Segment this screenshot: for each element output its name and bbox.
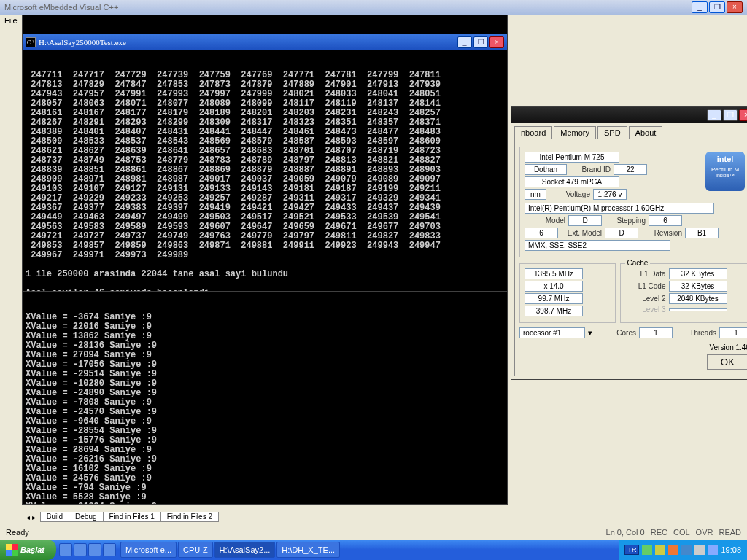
cpu-name: Intel Pentium M 725 (525, 152, 619, 163)
status-ready: Ready (6, 528, 29, 537)
menu-file[interactable]: File (4, 16, 18, 25)
version-label: Version 1.40 (709, 343, 747, 351)
tab-find1[interactable]: Find in Files 1 (103, 512, 161, 522)
package: Socket 479 mPGA (525, 176, 619, 187)
close-button[interactable]: × (739, 109, 747, 121)
processor-select[interactable]: rocessor #1 (519, 327, 585, 338)
status-cursor: Ln 0, Col 0 (606, 528, 645, 537)
instructions: MMX, SSE, SSE2 (525, 240, 670, 251)
specification: Intel(R) Pentium(R) M processor 1.60GHz (525, 203, 714, 214)
tab-about[interactable]: About (629, 126, 663, 139)
technology: nm (525, 189, 546, 200)
tray-icon[interactable] (668, 545, 678, 555)
taskbar-tasks: Microsoft e...CPU-ZH:\AsalSay2...H:\DH_X… (119, 540, 619, 560)
vc-titlebar: Microsoft eMbedded Visual C++ _ ❐ × (0, 0, 747, 15)
windows-logo-icon (6, 544, 18, 556)
status-rec: REC (651, 528, 667, 537)
minimize-button[interactable]: _ (692, 1, 708, 13)
ext-family: 6 (525, 228, 558, 238)
quicklaunch-icon[interactable] (59, 543, 72, 556)
l1-code: 32 KBytes (669, 281, 727, 292)
maximize-button[interactable]: ❐ (723, 109, 738, 121)
status-col: COL (673, 528, 690, 537)
intel-logo: intel Pentium M inside™ (705, 152, 745, 191)
brand-id: 22 (614, 164, 647, 175)
start-button[interactable]: Başlat (0, 540, 56, 560)
tab-memory[interactable]: Memory (554, 126, 596, 139)
l3-cache (669, 308, 727, 311)
quicklaunch-icon[interactable] (103, 543, 116, 556)
status-ovr: OVR (696, 528, 713, 537)
model: D (568, 215, 602, 226)
taskbar-task[interactable]: Microsoft e... (120, 542, 177, 558)
clocks-group: 1395.5 MHz x 14.0 99.7 MHz 398.7 MHz (519, 263, 616, 323)
cache-group: Cache L1 Data32 KBytes L1 Code32 KBytes … (620, 263, 748, 323)
bus-speed: 99.7 MHz (525, 293, 583, 304)
l2-cache: 2048 KBytes (669, 293, 727, 304)
minimize-button[interactable]: _ (707, 109, 721, 121)
taskbar: Başlat Microsoft e...CPU-ZH:\AsalSay2...… (0, 540, 747, 560)
console-output: XValue = -3674 Saniye :9 XValue = 22016 … (23, 311, 507, 505)
ok-button[interactable]: OK (707, 354, 747, 370)
console-window-benchmark: XValue = -3674 Saniye :9 XValue = 22016 … (22, 292, 508, 505)
vc-output-tabs: ◂ ▸ Build Debug Find in Files 1 Find in … (22, 510, 747, 524)
maximize-button[interactable]: ❐ (709, 1, 725, 13)
cmd-icon: C:\ (26, 37, 36, 47)
vc-statusbar: Ready Ln 0, Col 0 REC COL OVR READ (0, 524, 747, 540)
close-button[interactable]: × (489, 36, 504, 48)
maximize-button[interactable]: ❐ (473, 36, 488, 48)
console-output: 247711 247717 247729 247739 247759 24776… (23, 69, 507, 292)
stepping: 6 (649, 215, 682, 226)
revision: B1 (685, 228, 719, 238)
core-speed: 1395.5 MHz (525, 268, 583, 279)
system-tray: TR 19:08 (619, 540, 747, 560)
cores: 1 (639, 327, 673, 338)
multiplier: x 14.0 (525, 281, 583, 292)
rated-fsb: 398.7 MHz (525, 306, 583, 316)
vc-left-toolbar (0, 29, 20, 540)
vc-title-text: Microsoft eMbedded Visual C++ (4, 3, 118, 12)
taskbar-task[interactable]: CPU-Z (178, 542, 213, 558)
codename: Dothan (525, 164, 567, 175)
tray-icon[interactable] (681, 545, 692, 555)
status-read: READ (719, 528, 741, 537)
ext-model: D (605, 228, 638, 238)
tray-icon[interactable] (642, 545, 652, 555)
tab-spd[interactable]: SPD (597, 126, 627, 139)
cpuz-window: _ ❐ × nboard Memory SPD About intel Pent… (511, 106, 747, 380)
tab-find2[interactable]: Find in Files 2 (160, 512, 219, 522)
taskbar-task[interactable]: H:\AsalSay2... (214, 542, 276, 558)
cpuz-titlebar[interactable]: _ ❐ × (511, 107, 747, 123)
quicklaunch-icon[interactable] (88, 543, 101, 556)
clock[interactable]: 19:08 (721, 545, 741, 554)
console-titlebar[interactable]: C:\ H:\AsalSay250000Test.exe _ ❐ × (23, 34, 507, 50)
language-indicator[interactable]: TR (624, 545, 639, 555)
minimize-button[interactable]: _ (457, 36, 472, 48)
tab-build[interactable]: Build (40, 512, 69, 522)
threads: 1 (719, 327, 747, 338)
close-button[interactable]: × (727, 1, 743, 13)
tray-icon[interactable] (655, 545, 665, 555)
console-title: H:\AsalSay250000Test.exe (39, 38, 126, 47)
cpuz-tabs: nboard Memory SPD About (511, 123, 747, 139)
l1-data: 32 KBytes (669, 268, 727, 279)
tray-icon[interactable] (708, 545, 718, 555)
processor-group: intel Pentium M inside™ Intel Pentium M … (519, 147, 747, 257)
tab-debug[interactable]: Debug (69, 512, 103, 522)
voltage: 1.276 v (593, 189, 627, 200)
taskbar-task[interactable]: H:\DH_X_TE... (276, 542, 340, 558)
quicklaunch-icon[interactable] (74, 543, 87, 556)
quicklaunch (56, 540, 119, 560)
tab-mainboard[interactable]: nboard (514, 126, 552, 139)
tray-icon[interactable] (694, 545, 705, 555)
console-window-primes: C:\ H:\AsalSay250000Test.exe _ ❐ × 24771… (22, 15, 508, 292)
